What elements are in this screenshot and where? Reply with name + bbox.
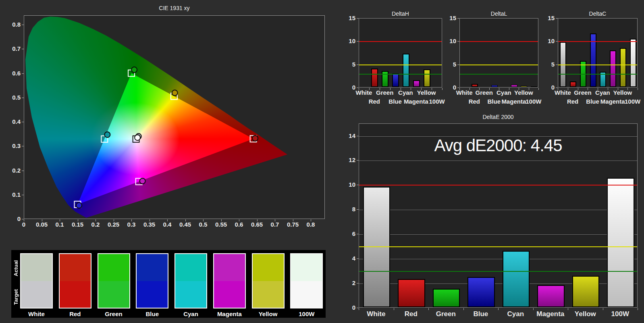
swatch-label-yellow: Yellow	[252, 310, 285, 317]
swatch-actual-blue	[137, 254, 168, 281]
cie-x-tick-0.05: 0.05	[33, 221, 51, 228]
avg-de2000-annotation: Avg dE2000: 4.45	[359, 136, 637, 155]
x-tickmark-7	[529, 88, 529, 90]
cie-x-tick-0.1: 0.1	[51, 221, 69, 228]
swatch-actual-red	[60, 254, 91, 281]
x-label-yellow: Yellow	[413, 89, 440, 96]
x-label-green: Green	[430, 310, 462, 318]
y-tick-6: 6	[340, 230, 355, 237]
x-tickmark-3	[463, 308, 464, 310]
cie-y-tick-0.3: 0.3	[4, 142, 21, 149]
y-tickmark-4	[357, 258, 359, 259]
x-label-100w: 100W	[520, 98, 547, 105]
y-tickmark-10	[357, 185, 359, 185]
x-tickmark-2	[428, 308, 429, 310]
threshold-line-5	[359, 65, 442, 65]
x-tickmark-0	[359, 88, 359, 90]
x-tickmark-3	[390, 88, 391, 90]
cie-x-tick-0.15: 0.15	[69, 221, 87, 228]
y-tickmark-5	[357, 65, 359, 65]
cie-x-tick-0.35: 0.35	[141, 221, 158, 228]
x-tickmark-8	[538, 88, 539, 90]
cie-chart-panel: CIE 1931 xy 00.050.10.150.20.250.30.350.…	[24, 15, 325, 219]
swatch-actual-cyan	[175, 254, 206, 281]
y-tick-15: 15	[340, 15, 355, 21]
cie-y-tick-0.1: 0.1	[4, 191, 21, 198]
deltae2000-plot-area: Avg dE2000: 4.45	[359, 123, 638, 308]
deltal-chart-panel: DeltaL WhiteRedGreenBlueCyanMagentaYello…	[459, 18, 538, 88]
cie-x-tick-0.55: 0.55	[212, 221, 230, 228]
x-label-100w: 100W	[619, 98, 644, 105]
bar-yellow	[521, 86, 527, 87]
cie-x-tick-0.75: 0.75	[284, 221, 302, 228]
deltah-chart-panel: DeltaH WhiteRedGreenBlueCyanMagentaYello…	[359, 18, 442, 88]
deltac-chart-title: DeltaC	[558, 10, 638, 17]
y-tick-0: 0	[441, 84, 456, 91]
gridline-4	[359, 259, 637, 259]
swatch-yellow	[252, 253, 285, 308]
gridline-6	[359, 234, 637, 235]
x-tickmark-7	[603, 308, 603, 310]
threshold-line-10	[558, 41, 637, 42]
bar-magenta	[511, 85, 517, 87]
x-tickmark-1	[469, 88, 470, 90]
cie-x-tick-0.5: 0.5	[194, 221, 212, 228]
x-label-100w: 100W	[423, 98, 451, 105]
bar-blue	[467, 277, 495, 307]
x-tickmark-3	[588, 88, 588, 90]
x-tickmark-5	[509, 88, 509, 90]
y-tick-4: 4	[340, 255, 355, 262]
deltah-plot-area	[359, 18, 442, 88]
bar-magenta	[610, 50, 616, 87]
x-tickmark-1	[394, 308, 394, 310]
swatch-actual-yellow	[253, 254, 284, 281]
bar-cyan	[403, 54, 409, 87]
swatch-label-magenta: Magenta	[213, 310, 246, 317]
measured-marker-magenta	[140, 178, 145, 184]
cie-x-tick-0.25: 0.25	[105, 221, 123, 228]
swatch-actual-green	[98, 254, 129, 281]
cie-y-tick-0.8: 0.8	[4, 21, 21, 28]
x-tickmark-8	[638, 88, 638, 90]
x-tickmark-0	[459, 88, 460, 90]
y-tick-5: 5	[441, 61, 456, 68]
bar-yellow	[572, 276, 600, 307]
swatch-green	[98, 253, 130, 308]
y-tickmark-6	[357, 234, 359, 234]
swatch-label-blue: Blue	[136, 310, 168, 317]
swatch-target-green	[98, 281, 129, 308]
threshold-line-3	[359, 271, 637, 272]
x-tickmark-4	[598, 88, 598, 90]
y-tick-2: 2	[340, 279, 355, 286]
x-tickmark-3	[489, 88, 490, 90]
x-label-blue: Blue	[465, 310, 497, 318]
swatch-target-red	[60, 281, 91, 308]
bar-red	[398, 279, 425, 307]
y-tickmark-12	[357, 160, 359, 160]
cie-x-tick-0.6: 0.6	[230, 221, 248, 228]
bar-green	[433, 289, 460, 307]
y-tickmark-2	[357, 283, 359, 283]
y-tick-12: 12	[340, 156, 355, 163]
swatch-blue	[136, 253, 168, 308]
x-tickmark-2	[380, 88, 380, 90]
bar-100w	[607, 178, 634, 307]
bar-cyan	[503, 251, 530, 307]
swatch-actual-100w	[291, 254, 322, 281]
measured-marker-yellow	[172, 90, 178, 96]
y-tick-0: 0	[340, 84, 355, 91]
deltac-plot-area	[558, 18, 638, 88]
y-tick-10: 10	[340, 38, 355, 44]
cie-x-tick-0.45: 0.45	[177, 221, 194, 228]
swatch-target-cyan	[175, 281, 206, 308]
bar-magenta	[413, 80, 420, 87]
swatch-label-green: Green	[98, 310, 130, 317]
swatch-actual-magenta	[214, 254, 245, 281]
bar-100w	[531, 86, 537, 87]
cie-x-tick-0.65: 0.65	[248, 221, 266, 228]
y-tickmark-8	[357, 209, 359, 210]
y-tick-15: 15	[539, 15, 555, 21]
bar-red	[371, 69, 378, 87]
cie-y-tick-0.7: 0.7	[4, 45, 21, 52]
swatch-label-red: Red	[59, 310, 91, 317]
